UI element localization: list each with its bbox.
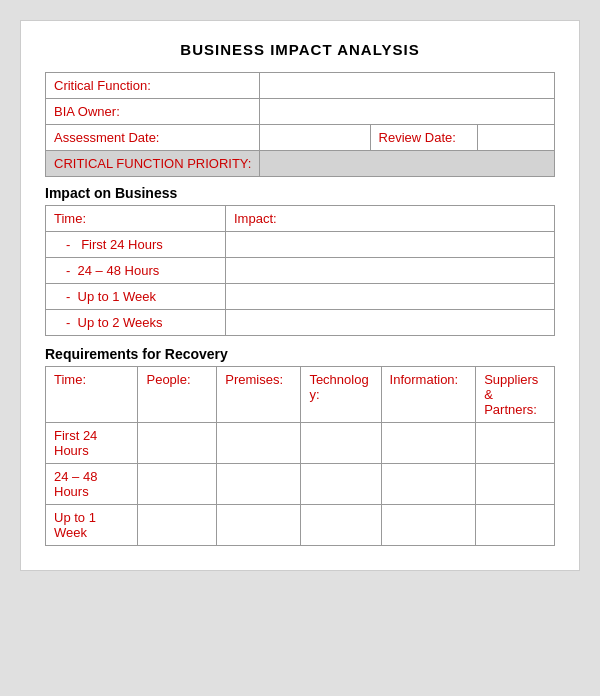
- impact-row-1-value[interactable]: [226, 232, 555, 258]
- recovery-row-1-information[interactable]: [381, 423, 476, 464]
- recovery-people-header: People:: [138, 367, 217, 423]
- review-date-label: Review Date:: [370, 125, 477, 151]
- impact-row-2-label: - 24 – 48 Hours: [46, 258, 226, 284]
- page-container: BUSINESS IMPACT ANALYSIS Critical Functi…: [20, 20, 580, 571]
- impact-header: Impact on Business: [45, 177, 555, 205]
- impact-row-4-value[interactable]: [226, 310, 555, 336]
- info-table: Critical Function: BIA Owner: Assessment…: [45, 72, 555, 177]
- page-title: BUSINESS IMPACT ANALYSIS: [45, 41, 555, 58]
- bia-owner-value[interactable]: [260, 99, 555, 125]
- recovery-row-3-information[interactable]: [381, 505, 476, 546]
- recovery-row-2-suppliers[interactable]: [476, 464, 555, 505]
- recovery-row-1-technology[interactable]: [301, 423, 381, 464]
- recovery-technology-header: Technolog y:: [301, 367, 381, 423]
- priority-value[interactable]: [260, 151, 555, 177]
- time-column-header: Time:: [46, 206, 226, 232]
- recovery-row-2-technology[interactable]: [301, 464, 381, 505]
- assessment-date-label: Assessment Date:: [46, 125, 260, 151]
- assessment-date-value[interactable]: [260, 125, 370, 151]
- critical-function-label: Critical Function:: [46, 73, 260, 99]
- recovery-row-3-time: Up to 1 Week: [46, 505, 138, 546]
- recovery-premises-header: Premises:: [217, 367, 301, 423]
- recovery-information-header: Information:: [381, 367, 476, 423]
- review-date-value[interactable]: [477, 125, 554, 151]
- recovery-row-1-premises[interactable]: [217, 423, 301, 464]
- recovery-suppliers-header: Suppliers & Partners:: [476, 367, 555, 423]
- recovery-row-3-technology[interactable]: [301, 505, 381, 546]
- impact-column-header: Impact:: [226, 206, 555, 232]
- recovery-row-1-suppliers[interactable]: [476, 423, 555, 464]
- recovery-row-2-premises[interactable]: [217, 464, 301, 505]
- recovery-row-3-premises[interactable]: [217, 505, 301, 546]
- recovery-table: Time: People: Premises: Technolog y: Inf…: [45, 366, 555, 546]
- recovery-row-1-time: First 24 Hours: [46, 423, 138, 464]
- recovery-row-2-time: 24 – 48 Hours: [46, 464, 138, 505]
- recovery-row-3-suppliers[interactable]: [476, 505, 555, 546]
- critical-function-value[interactable]: [260, 73, 555, 99]
- impact-table: Time: Impact: - First 24 Hours - 24 – 48…: [45, 205, 555, 336]
- recovery-row-2-people[interactable]: [138, 464, 217, 505]
- recovery-row-1-people[interactable]: [138, 423, 217, 464]
- recovery-header: Requirements for Recovery: [45, 336, 555, 366]
- impact-row-4-label: - Up to 2 Weeks: [46, 310, 226, 336]
- recovery-row-3-people[interactable]: [138, 505, 217, 546]
- impact-row-3-value[interactable]: [226, 284, 555, 310]
- impact-row-1-label: - First 24 Hours: [46, 232, 226, 258]
- bia-owner-label: BIA Owner:: [46, 99, 260, 125]
- recovery-time-header: Time:: [46, 367, 138, 423]
- impact-row-2-value[interactable]: [226, 258, 555, 284]
- impact-row-3-label: - Up to 1 Week: [46, 284, 226, 310]
- recovery-row-2-information[interactable]: [381, 464, 476, 505]
- priority-label: CRITICAL FUNCTION PRIORITY:: [46, 151, 260, 177]
